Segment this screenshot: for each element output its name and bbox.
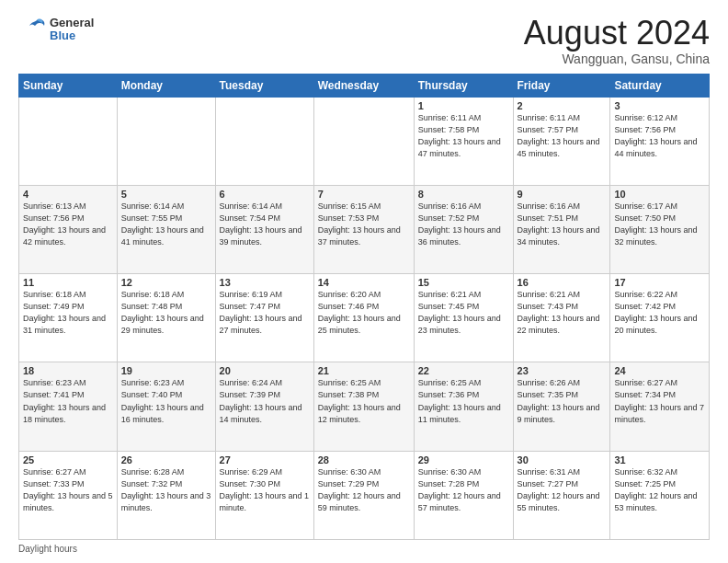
calendar-cell: 24Sunrise: 6:27 AM Sunset: 7:34 PM Dayli… [610,362,710,451]
calendar-cell: 18Sunrise: 6:23 AM Sunset: 7:41 PM Dayli… [19,362,118,451]
day-info: Sunrise: 6:14 AM Sunset: 7:54 PM Dayligh… [220,201,310,248]
page-header: General Blue August 2024 Wangguan, Gansu… [18,15,710,66]
calendar-week-1: 4Sunrise: 6:13 AM Sunset: 7:56 PM Daylig… [19,185,710,273]
day-info: Sunrise: 6:32 AM Sunset: 7:25 PM Dayligh… [614,466,705,514]
day-number: 12 [121,277,211,288]
day-info: Sunrise: 6:27 AM Sunset: 7:34 PM Dayligh… [614,377,705,425]
calendar-cell: 5Sunrise: 6:14 AM Sunset: 7:55 PM Daylig… [117,185,215,273]
calendar-cell: 7Sunrise: 6:15 AM Sunset: 7:53 PM Daylig… [313,185,414,273]
calendar-cell: 6Sunrise: 6:14 AM Sunset: 7:54 PM Daylig… [215,185,313,273]
day-number: 20 [220,365,310,376]
day-info: Sunrise: 6:30 AM Sunset: 7:28 PM Dayligh… [418,466,509,514]
calendar-cell: 26Sunrise: 6:28 AM Sunset: 7:32 PM Dayli… [117,451,215,539]
day-info: Sunrise: 6:30 AM Sunset: 7:29 PM Dayligh… [318,466,410,514]
day-info: Sunrise: 6:18 AM Sunset: 7:48 PM Dayligh… [121,289,211,337]
location: Wangguan, Gansu, China [524,52,710,66]
col-friday: Friday [513,74,610,97]
day-info: Sunrise: 6:15 AM Sunset: 7:53 PM Dayligh… [318,201,410,248]
logo-blue: Blue [50,29,94,42]
calendar-cell: 31Sunrise: 6:32 AM Sunset: 7:25 PM Dayli… [610,451,710,539]
logo: General Blue [18,15,94,44]
day-number: 22 [418,365,509,376]
calendar-week-3: 18Sunrise: 6:23 AM Sunset: 7:41 PM Dayli… [19,362,710,451]
day-number: 28 [318,454,410,465]
day-number: 5 [121,189,211,200]
calendar-cell: 3Sunrise: 6:12 AM Sunset: 7:56 PM Daylig… [610,97,710,185]
day-info: Sunrise: 6:28 AM Sunset: 7:32 PM Dayligh… [121,466,211,514]
day-number: 14 [318,277,410,288]
day-number: 2 [518,100,607,111]
day-info: Sunrise: 6:16 AM Sunset: 7:51 PM Dayligh… [518,201,607,248]
calendar-cell: 2Sunrise: 6:11 AM Sunset: 7:57 PM Daylig… [513,97,610,185]
day-number: 26 [121,454,211,465]
day-number: 10 [614,189,705,200]
calendar-cell: 9Sunrise: 6:16 AM Sunset: 7:51 PM Daylig… [513,185,610,273]
calendar-cell: 20Sunrise: 6:24 AM Sunset: 7:39 PM Dayli… [215,362,313,451]
logo-bird-icon [18,15,48,44]
day-number: 11 [23,277,113,288]
day-number: 6 [220,189,310,200]
calendar-cell: 22Sunrise: 6:25 AM Sunset: 7:36 PM Dayli… [414,362,513,451]
day-info: Sunrise: 6:27 AM Sunset: 7:33 PM Dayligh… [23,466,113,514]
calendar-cell: 15Sunrise: 6:21 AM Sunset: 7:45 PM Dayli… [414,274,513,362]
calendar-cell: 28Sunrise: 6:30 AM Sunset: 7:29 PM Dayli… [313,451,414,539]
day-number: 17 [614,277,705,288]
calendar-cell: 25Sunrise: 6:27 AM Sunset: 7:33 PM Dayli… [19,451,118,539]
footer: Daylight hours [18,544,710,554]
calendar-cell [19,97,118,185]
col-wednesday: Wednesday [313,74,414,97]
col-tuesday: Tuesday [215,74,313,97]
calendar-cell: 29Sunrise: 6:30 AM Sunset: 7:28 PM Dayli… [414,451,513,539]
calendar-cell [215,97,313,185]
day-number: 8 [418,189,509,200]
calendar-cell: 21Sunrise: 6:25 AM Sunset: 7:38 PM Dayli… [313,362,414,451]
day-number: 24 [614,365,705,376]
calendar-cell: 11Sunrise: 6:18 AM Sunset: 7:49 PM Dayli… [19,274,118,362]
day-info: Sunrise: 6:23 AM Sunset: 7:41 PM Dayligh… [23,377,113,425]
calendar-week-2: 11Sunrise: 6:18 AM Sunset: 7:49 PM Dayli… [19,274,710,362]
day-info: Sunrise: 6:11 AM Sunset: 7:57 PM Dayligh… [518,112,607,160]
day-info: Sunrise: 6:12 AM Sunset: 7:56 PM Dayligh… [614,112,705,160]
day-number: 21 [318,365,410,376]
calendar-cell [313,97,414,185]
calendar-week-4: 25Sunrise: 6:27 AM Sunset: 7:33 PM Dayli… [19,451,710,539]
col-saturday: Saturday [610,74,710,97]
day-number: 7 [318,189,410,200]
day-info: Sunrise: 6:11 AM Sunset: 7:58 PM Dayligh… [418,112,509,160]
day-number: 3 [614,100,705,111]
calendar-cell: 13Sunrise: 6:19 AM Sunset: 7:47 PM Dayli… [215,274,313,362]
day-info: Sunrise: 6:14 AM Sunset: 7:55 PM Dayligh… [121,201,211,248]
day-info: Sunrise: 6:18 AM Sunset: 7:49 PM Dayligh… [23,289,113,337]
day-info: Sunrise: 6:25 AM Sunset: 7:36 PM Dayligh… [418,377,509,425]
day-number: 15 [418,277,509,288]
day-info: Sunrise: 6:26 AM Sunset: 7:35 PM Dayligh… [518,377,607,425]
title-block: August 2024 Wangguan, Gansu, China [524,15,710,66]
day-info: Sunrise: 6:24 AM Sunset: 7:39 PM Dayligh… [220,377,310,425]
col-sunday: Sunday [19,74,118,97]
day-info: Sunrise: 6:29 AM Sunset: 7:30 PM Dayligh… [220,466,310,514]
col-monday: Monday [117,74,215,97]
day-number: 29 [418,454,509,465]
day-info: Sunrise: 6:25 AM Sunset: 7:38 PM Dayligh… [318,377,410,425]
day-info: Sunrise: 6:22 AM Sunset: 7:42 PM Dayligh… [614,289,705,337]
day-info: Sunrise: 6:19 AM Sunset: 7:47 PM Dayligh… [220,289,310,337]
calendar-cell: 19Sunrise: 6:23 AM Sunset: 7:40 PM Dayli… [117,362,215,451]
logo-general: General [50,17,94,29]
calendar-cell [117,97,215,185]
calendar-week-0: 1Sunrise: 6:11 AM Sunset: 7:58 PM Daylig… [19,97,710,185]
day-number: 19 [121,365,211,376]
calendar-cell: 30Sunrise: 6:31 AM Sunset: 7:27 PM Dayli… [513,451,610,539]
day-info: Sunrise: 6:21 AM Sunset: 7:43 PM Dayligh… [518,289,607,337]
calendar-cell: 27Sunrise: 6:29 AM Sunset: 7:30 PM Dayli… [215,451,313,539]
day-info: Sunrise: 6:16 AM Sunset: 7:52 PM Dayligh… [418,201,509,248]
day-number: 25 [23,454,113,465]
calendar-cell: 1Sunrise: 6:11 AM Sunset: 7:58 PM Daylig… [414,97,513,185]
day-number: 4 [23,189,113,200]
day-number: 13 [220,277,310,288]
calendar-cell: 17Sunrise: 6:22 AM Sunset: 7:42 PM Dayli… [610,274,710,362]
footer-text: Daylight hours [18,544,77,554]
day-number: 1 [418,100,509,111]
day-number: 27 [220,454,310,465]
day-info: Sunrise: 6:21 AM Sunset: 7:45 PM Dayligh… [418,289,509,337]
col-thursday: Thursday [414,74,513,97]
